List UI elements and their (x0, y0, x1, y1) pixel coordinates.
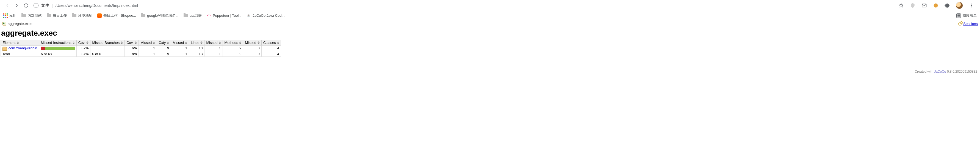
cell-branch-cov: n/a (125, 46, 139, 51)
folder-icon (141, 14, 145, 17)
bookmark-jacoco[interactable]: ☕JaCoCo Java Cod... (247, 13, 285, 18)
reading-list-label: 阅读清单 (963, 13, 977, 18)
java-icon: ☕ (247, 13, 251, 18)
cell-cxty-tot: 9 (157, 46, 171, 51)
shopee-icon (97, 13, 102, 18)
reading-list[interactable]: 阅读清单 (956, 13, 977, 18)
svg-point-1 (934, 3, 938, 8)
sessions-icon (958, 21, 963, 26)
cell-total-lines-tot: 13 (189, 51, 204, 57)
apps-grid-icon (3, 13, 8, 18)
bookmark-star-icon[interactable] (898, 3, 904, 8)
footer-created: Created with (915, 69, 934, 74)
bookmark-folder[interactable]: 内部网站 (21, 13, 42, 18)
url-path: /Users/wenbin.zheng/Documents/tmp/index.… (56, 3, 138, 8)
cell-lines-miss: 1 (171, 46, 189, 51)
footer-jacoco-link[interactable]: JaCoCo (934, 69, 946, 74)
cell-total-label: Total (1, 51, 39, 57)
back-button[interactable] (3, 1, 12, 10)
bookmark-label: 内部网站 (27, 13, 42, 18)
cell-total-cxty-tot: 9 (157, 51, 171, 57)
site-info-icon[interactable]: i (33, 3, 38, 8)
cell-total-branch: 0 of 0 (91, 51, 125, 57)
extensions-icon[interactable] (944, 3, 950, 8)
jacoco-report: aggregate.exec Sessions aggregate.exec E… (0, 20, 980, 75)
coverage-table: Element Missed Instructions Cov. Missed … (0, 40, 281, 57)
reload-button[interactable] (21, 1, 31, 10)
col-cov-instr[interactable]: Cov. (76, 40, 91, 46)
bookmark-label: 每日工作 - Shopee... (103, 13, 136, 18)
page-footer: Created with JaCoCo 0.8.6.202009150832 (0, 68, 980, 75)
col-cxty[interactable]: Cxty (157, 40, 171, 46)
col-classes[interactable]: Classes (261, 40, 281, 46)
cell-cls-miss: 0 (243, 46, 261, 51)
col-missed-lines[interactable]: Missed (171, 40, 189, 46)
col-element[interactable]: Element (1, 40, 39, 46)
col-cov-branches[interactable]: Cov. (125, 40, 139, 46)
svg-point-2 (935, 5, 935, 5)
bookmark-folder[interactable]: 环境地址 (72, 13, 92, 18)
bookmark-folder[interactable]: uat部署 (184, 13, 202, 18)
package-icon (3, 47, 6, 50)
browser-toolbar: i 文件 | /Users/wenbin.zheng/Documents/tmp… (0, 0, 980, 11)
cell-meth-miss: 1 (204, 46, 223, 51)
col-lines[interactable]: Lines (189, 40, 204, 46)
cell-total-instr: 6 of 48 (39, 51, 76, 57)
cell-branch-bar (91, 46, 125, 51)
col-missed-cxty[interactable]: Missed (138, 40, 157, 46)
shield-icon[interactable] (910, 3, 916, 8)
apps-shortcut[interactable]: 应用 (3, 13, 16, 18)
svg-point-6 (971, 3, 972, 5)
reading-list-icon (956, 13, 961, 18)
address-bar[interactable]: i 文件 | /Users/wenbin.zheng/Documents/tmp… (33, 3, 898, 8)
cell-cxty-miss: 1 (138, 46, 157, 51)
forward-button[interactable] (12, 1, 21, 10)
cell-instr-bar (39, 46, 76, 51)
cell-total-branch-cov: n/a (125, 51, 139, 57)
folder-icon (72, 14, 76, 17)
cell-total-meth-miss: 1 (204, 51, 223, 57)
mail-icon[interactable] (921, 3, 927, 8)
col-missed-instr[interactable]: Missed Instructions (39, 40, 76, 46)
col-missed-classes[interactable]: Missed (243, 40, 261, 46)
col-missed-methods[interactable]: Missed (204, 40, 223, 46)
cell-total-lines-miss: 1 (171, 51, 189, 57)
bookmark-label: JaCoCo Java Cod... (253, 13, 285, 17)
col-methods[interactable]: Methods (223, 40, 243, 46)
cell-total-cxty-miss: 1 (138, 51, 157, 57)
breadcrumb-current: aggregate.exec (8, 22, 32, 26)
svg-point-4 (936, 6, 936, 6)
bookmark-puppeteer[interactable]: <>Puppeteer | Tool... (207, 13, 242, 18)
cell-instr-cov: 87% (76, 46, 91, 51)
cell-cls-tot: 4 (261, 46, 281, 51)
cell-total-instr-cov: 87% (76, 51, 91, 57)
bookmark-label: Puppeteer | Tool... (213, 13, 242, 17)
cell-lines-tot: 13 (189, 46, 204, 51)
cell-meth-tot: 9 (223, 46, 243, 51)
bookmarks-bar: 应用 内部网站 每日工作 环境地址 每日工作 - Shopee... googl… (0, 11, 980, 20)
bookmark-shopee[interactable]: 每日工作 - Shopee... (97, 13, 136, 18)
profile-avatar[interactable] (956, 2, 963, 9)
breadcrumb: aggregate.exec Sessions (0, 20, 980, 27)
col-missed-branches[interactable]: Missed Branches (91, 40, 125, 46)
bookmark-label: google登陆多域名... (147, 13, 179, 18)
svg-point-8 (971, 6, 972, 7)
table-total-row: Total 6 of 48 87% 0 of 0 n/a 1 9 1 13 1 … (1, 51, 281, 57)
bookmark-label: 环境地址 (78, 13, 92, 18)
page-title: aggregate.exec (1, 29, 980, 38)
folder-icon (21, 14, 26, 17)
package-link[interactable]: com.zhengwenbin (8, 46, 37, 50)
cell-total-meth-tot: 9 (223, 51, 243, 57)
apps-label: 应用 (10, 13, 16, 18)
chrome-menu-icon[interactable] (969, 3, 975, 8)
cookie-icon[interactable] (933, 3, 939, 8)
bookmark-folder[interactable]: google登陆多域名... (141, 13, 179, 18)
sessions-link[interactable]: Sessions (963, 22, 978, 26)
exec-icon (2, 21, 6, 26)
svg-point-7 (971, 5, 972, 6)
cell-total-cls-tot: 4 (261, 51, 281, 57)
code-icon: <> (207, 13, 211, 18)
folder-icon (184, 14, 188, 17)
bookmark-folder[interactable]: 每日工作 (47, 13, 67, 18)
footer-version: 0.8.6.202009150832 (946, 69, 977, 74)
